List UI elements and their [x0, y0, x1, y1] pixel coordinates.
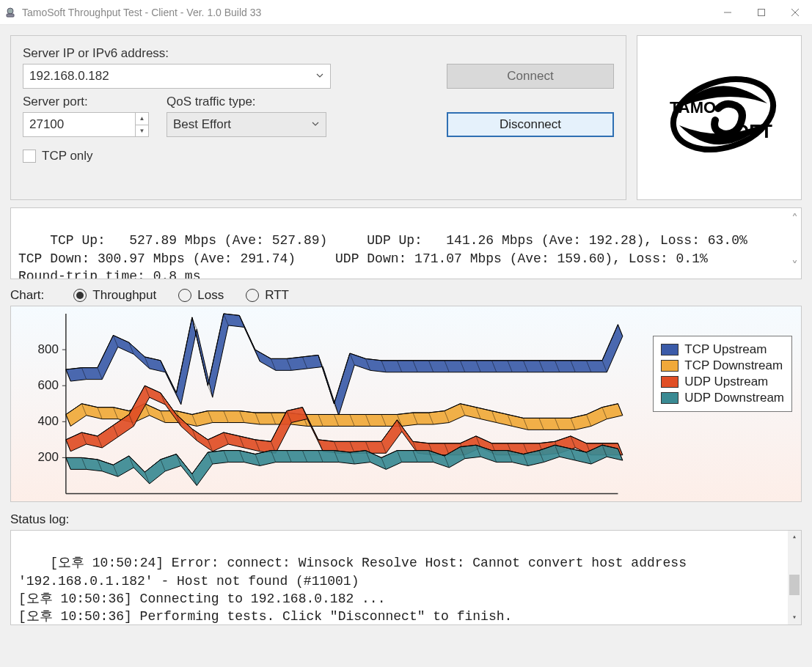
svg-text:OFT: OFT: [734, 120, 772, 142]
qos-value: Best Effort: [173, 117, 231, 132]
legend-udp-up: UDP Upstream: [684, 375, 768, 389]
disconnect-button-label: Disconnect: [500, 117, 561, 132]
connection-panel: Server IP or IPv6 address: 192.168.0.182…: [10, 35, 626, 200]
window-title: TamoSoft Throughput Test - Client - Ver.…: [22, 7, 261, 18]
legend-udp-down: UDP Downstream: [684, 391, 784, 405]
svg-text:TAMO: TAMO: [670, 98, 716, 117]
scroll-up-icon[interactable]: ▴: [788, 531, 801, 544]
tcp-only-checkbox[interactable]: [23, 150, 36, 163]
svg-point-0: [7, 8, 13, 14]
port-spinner[interactable]: ▲ ▼: [135, 113, 148, 136]
status-log-text: [오후 10:50:24] Error: connect: Winsock Re…: [18, 556, 695, 624]
titlebar: TamoSoft Throughput Test - Client - Ver.…: [0, 0, 812, 25]
spin-down-icon[interactable]: ▼: [136, 125, 148, 137]
stats-readout: TCP Up: 527.89 Mbps (Ave: 527.89) UDP Up…: [10, 207, 802, 279]
tamosoft-logo: TAMO OFT: [654, 63, 786, 173]
throughput-chart: 200400600800 TCP Upstream TCP Downstream…: [10, 306, 802, 502]
status-log-label: Status log:: [10, 512, 802, 527]
close-button[interactable]: [778, 1, 812, 24]
server-ip-label: Server IP or IPv6 address:: [23, 46, 614, 61]
radio-loss[interactable]: Loss: [178, 288, 224, 303]
swatch-udp-up: [661, 376, 679, 388]
scrollbar-thumb[interactable]: [789, 575, 800, 595]
radio-rtt-label: RTT: [265, 288, 289, 303]
svg-text:200: 200: [38, 450, 59, 464]
swatch-tcp-down: [661, 360, 679, 372]
chevron-down-icon: [315, 69, 324, 84]
logo-panel: TAMO OFT: [637, 35, 802, 200]
app-icon: [4, 7, 16, 18]
spin-up-icon[interactable]: ▲: [136, 113, 148, 125]
status-log: [오후 10:50:24] Error: connect: Winsock Re…: [10, 530, 802, 625]
svg-text:800: 800: [38, 342, 59, 356]
maximize-button[interactable]: [745, 1, 778, 24]
qos-select[interactable]: Best Effort: [167, 112, 326, 137]
server-port-label: Server port:: [23, 95, 149, 109]
radio-dot-icon: [73, 289, 87, 302]
chevron-down-icon: [311, 117, 320, 132]
radio-throughput[interactable]: Throughput: [73, 288, 156, 303]
scroll-down-icon[interactable]: ▾: [788, 611, 801, 624]
svg-text:600: 600: [38, 378, 59, 392]
radio-dot-icon: [246, 289, 259, 302]
server-ip-value: 192.168.0.182: [29, 69, 109, 84]
legend-tcp-down: TCP Downstream: [684, 358, 783, 373]
server-ip-combo[interactable]: 192.168.0.182: [23, 64, 331, 89]
legend-tcp-up: TCP Upstream: [684, 342, 767, 357]
chart-legend: TCP Upstream TCP Downstream UDP Upstream…: [653, 336, 792, 412]
connect-button[interactable]: Connect: [447, 64, 614, 89]
server-port-value: 27100: [29, 117, 64, 132]
radio-dot-icon: [178, 289, 191, 302]
tcp-only-label: TCP only: [42, 149, 93, 163]
svg-text:400: 400: [38, 414, 59, 428]
svg-rect-3: [758, 9, 765, 15]
radio-loss-label: Loss: [197, 288, 224, 303]
swatch-tcp-up: [661, 344, 679, 355]
qos-label: QoS traffic type:: [167, 95, 326, 109]
server-port-input[interactable]: 27100 ▲ ▼: [23, 112, 149, 137]
stats-text: TCP Up: 527.89 Mbps (Ave: 527.89) UDP Up…: [18, 233, 747, 279]
swatch-udp-down: [661, 392, 679, 404]
connect-button-label: Connect: [507, 69, 553, 84]
chart-selector: Chart: Throughput Loss RTT: [10, 288, 802, 303]
status-scrollbar[interactable]: ▴ ▾: [788, 531, 801, 624]
svg-rect-1: [7, 14, 14, 17]
disconnect-button[interactable]: Disconnect: [447, 112, 614, 137]
chart-label: Chart:: [10, 288, 44, 303]
scroll-up-icon[interactable]: ˄: [791, 211, 798, 229]
radio-throughput-label: Throughput: [92, 288, 156, 303]
scroll-down-icon[interactable]: ˅: [791, 258, 798, 276]
minimize-button[interactable]: [711, 1, 745, 24]
radio-rtt[interactable]: RTT: [246, 288, 289, 303]
